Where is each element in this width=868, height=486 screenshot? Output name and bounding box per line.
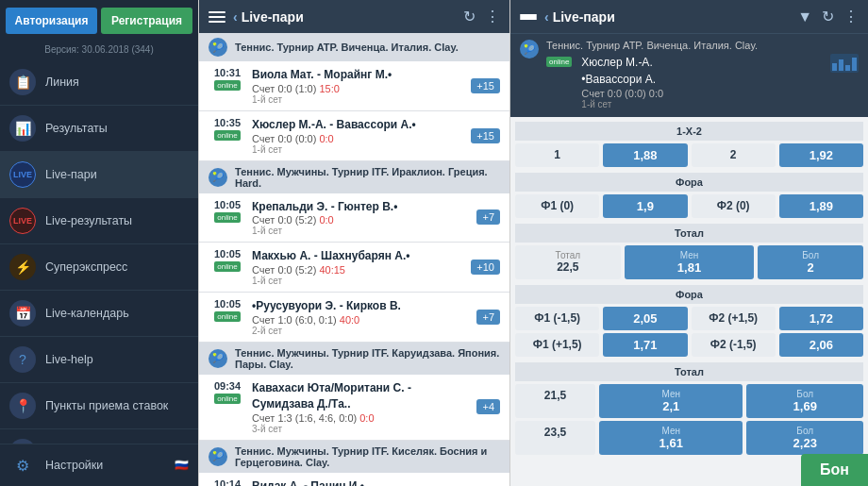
back-arrow-icon[interactable]: ‹ [233, 9, 238, 25]
sidebar-item-label: Live-результаты [45, 214, 132, 227]
bet-cell-215: 21,5 [515, 384, 595, 418]
sidebar-item-points[interactable]: 📍 Пункты приема ставок [0, 383, 198, 429]
sidebar-item-super[interactable]: ⚡ Суперэкспресс [0, 244, 198, 291]
match-score: Счет 1:3 (1:6, 4:6, 0:0) 0:0 [252, 412, 471, 424]
bet-cell-f2[interactable]: Ф2 (0) [692, 194, 776, 218]
middle-panel: ‹ Live-пари ↻ ⋮ 🎾 Теннис. Турнир ATP. Ви… [198, 0, 509, 486]
bet-cell-men22[interactable]: Мен 1,61 [599, 421, 743, 455]
match-score: Счет 1:0 (6:0, 0:1) 40:0 [252, 314, 471, 326]
bet-label: Бол [750, 389, 860, 399]
count-badge: +7 [476, 209, 500, 225]
sidebar-item-results[interactable]: 📊 Результаты [0, 106, 198, 152]
match-time-block: 10:31 online [209, 67, 246, 91]
table-row[interactable]: 09:34 online Кавахаси Юта/Моритани С. - … [199, 375, 509, 441]
match-teams: Макхью А. - Шахнубарян А.• [252, 248, 465, 264]
match-time: 10:14 [214, 478, 241, 486]
count-badge: +15 [471, 78, 500, 93]
filter-icon[interactable]: ▼ [797, 8, 812, 25]
bet-cell-171[interactable]: 1,71 [603, 333, 687, 357]
bet-cell-192[interactable]: 1,92 [779, 143, 863, 167]
sidebar-item-label: Суперэкспресс [45, 260, 127, 274]
bet-value: 1,89 [783, 199, 860, 213]
bet-group-fora2: Фора Ф1 (-1,5) 2,05 Ф2 (+1,5) 1,72 Ф1 (+… [515, 285, 863, 357]
match-score: Счет 0:0 (0:0) 0:0 [252, 133, 465, 144]
sidebar-footer[interactable]: ⚙ Настройки 🇷🇺 [0, 444, 198, 486]
table-row[interactable]: 10:14 online Видак А. - Панин И.• Счет 0… [199, 473, 509, 486]
hamburger-icon-right[interactable] [520, 14, 537, 20]
bet-row: Ф1 (+1,5) 1,71 Ф2 (-1,5) 2,06 [515, 333, 863, 357]
detail-header-top: ‹ Live-пари ▼ ↻ ⋮ [510, 0, 868, 33]
detail-team1: Хюслер М.-А. [581, 54, 663, 71]
sidebar-menu: 📋 Линия 📊 Результаты LIVE Live-пари LIVE… [0, 59, 198, 444]
bet-cell-bol21[interactable]: Бол 1,69 [746, 384, 863, 418]
table-row[interactable]: 10:35 online Хюслер М.-А. - Вавассори А.… [199, 111, 509, 161]
match-score: Счет 0:0 (5:2) 40:15 [252, 264, 465, 276]
bet-cell-205[interactable]: 2,05 [603, 307, 687, 330]
back-arrow-right-icon[interactable]: ‹ [544, 9, 549, 25]
match-set: 1-й сет [252, 276, 465, 286]
bon-button[interactable]: Бон [801, 454, 868, 486]
bet-cell-f1[interactable]: Ф1 (0) [515, 194, 599, 218]
bet-cell-f2-pos[interactable]: Ф2 (+1,5) [692, 307, 776, 330]
bet-cell-f2-neg[interactable]: Ф2 (-1,5) [692, 333, 776, 357]
bet-cell-total-label: Тотал 22,5 [515, 245, 621, 279]
bet-cell-f1-pos[interactable]: Ф1 (+1,5) [515, 333, 599, 357]
refresh-icon[interactable]: ↻ [463, 8, 476, 25]
right-panel: ‹ Live-пари ▼ ↻ ⋮ 🎾 Теннис. Турнир ATP. … [509, 0, 868, 486]
live-results-icon: LIVE [9, 208, 36, 234]
refresh-right-icon[interactable]: ↻ [822, 8, 834, 25]
bet-cell-206[interactable]: 2,06 [779, 333, 863, 357]
bet-cell-2[interactable]: 2 [692, 143, 776, 167]
bet-cell-men1[interactable]: Мен 1,81 [625, 245, 755, 279]
table-row[interactable]: 10:31 online Виола Мат. - Морайнг М.• Сч… [199, 61, 509, 111]
sidebar-item-live-results[interactable]: LIVE Live-результаты [0, 198, 198, 244]
sidebar-item-label: Live-help [45, 353, 93, 366]
bet-label: Мен [603, 426, 739, 436]
sidebar-item-calc[interactable]: 💱 Расчеты [0, 429, 198, 444]
sidebar-item-line[interactable]: 📋 Линия [0, 59, 198, 106]
match-time-block: 10:14 online [209, 478, 246, 486]
match-teams: Видак А. - Панин И.• [252, 478, 471, 486]
sport-icon: 🎾 [209, 349, 227, 368]
bet-cell-1[interactable]: 1 [515, 143, 599, 167]
detail-chart-icon [830, 54, 859, 73]
bet-row: 23,5 Мен 1,61 Бол 2,23 [515, 421, 863, 455]
hamburger-icon[interactable] [209, 11, 225, 23]
bet-cell-188[interactable]: 1,88 [603, 143, 687, 167]
reg-button[interactable]: Регистрация [101, 8, 192, 34]
tournament-name: Теннис. Турнир ATP. Виченца. Италия. Cla… [235, 42, 459, 53]
match-set: 1-й сет [252, 94, 465, 105]
more-right-icon[interactable]: ⋮ [843, 8, 859, 25]
sidebar-item-live[interactable]: LIVE Live-пари [0, 152, 198, 198]
bet-value: 1,9 [607, 199, 683, 213]
bet-cell-19[interactable]: 1,9 [603, 194, 687, 218]
bet-group-fora1: Фора Ф1 (0) 1,9 Ф2 (0) 1,89 [515, 173, 863, 218]
match-set: 2-й сет [252, 326, 471, 336]
bet-cell-235: 23,5 [515, 421, 595, 455]
table-row[interactable]: 10:05 online •Руусувуори Э. - Кирков В. … [199, 293, 509, 343]
count-badge: +7 [476, 310, 500, 325]
tournament-header: 🎾 Теннис. Мужчины. Турнир ITF. Каруидзав… [199, 343, 509, 375]
table-row[interactable]: 10:05 online Макхью А. - Шахнубарян А.• … [199, 243, 509, 293]
match-time: 10:05 [214, 298, 241, 310]
bet-value: 1,72 [783, 311, 860, 326]
match-teams: Виола Мат. - Морайнг М.• [252, 67, 465, 83]
bet-cell-189[interactable]: 1,89 [779, 194, 863, 218]
table-row[interactable]: 10:05 online Крепальди Э. - Гюнтер В.• С… [199, 193, 509, 243]
bet-cell-172[interactable]: 1,72 [779, 307, 863, 330]
live-score: 40:15 [319, 264, 345, 276]
bet-cell-men21[interactable]: Мен 2,1 [599, 384, 743, 418]
match-detail-info: 🎾 Теннис. Турнир ATP. Виченца. Италия. C… [510, 33, 868, 117]
sidebar-item-calendar[interactable]: 📅 Live-календарь [0, 291, 198, 337]
bet-cell-f1-neg[interactable]: Ф1 (-1,5) [515, 307, 599, 330]
auth-button[interactable]: Авторизация [6, 8, 97, 34]
settings-icon: ⚙ [9, 452, 36, 478]
bet-value: 1,81 [628, 260, 751, 275]
sidebar-item-help[interactable]: ? Live-help [0, 337, 198, 383]
bet-cell-bol1[interactable]: Бол 2 [758, 245, 863, 279]
bet-cell-bol22[interactable]: Бол 2,23 [746, 421, 863, 455]
match-time: 09:34 [214, 380, 241, 392]
detail-team2: •Вавассори А. [581, 71, 663, 88]
match-set: 3-й сет [252, 424, 471, 434]
more-icon[interactable]: ⋮ [485, 8, 500, 25]
